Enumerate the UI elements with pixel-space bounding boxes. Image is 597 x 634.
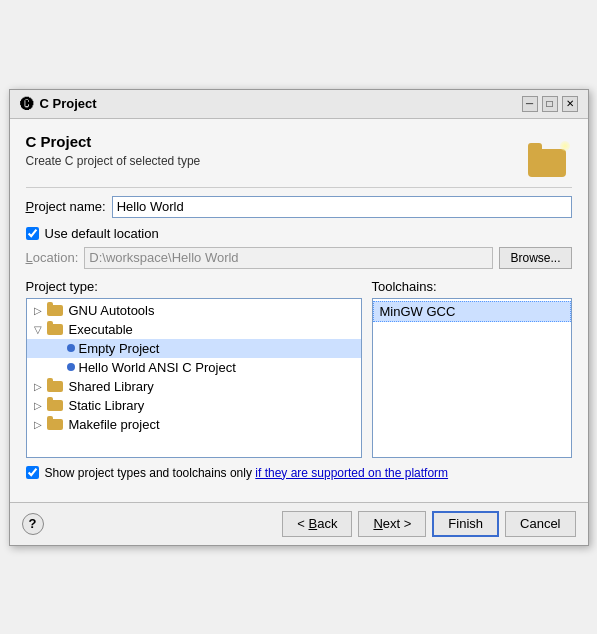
tree-item-executable[interactable]: ▽ Executable bbox=[27, 320, 361, 339]
tree-item-hello-world[interactable]: Hello World ANSI C Project bbox=[27, 358, 361, 377]
dialog-icon: 🅒 bbox=[20, 96, 34, 112]
project-name-row: Project name: bbox=[26, 196, 572, 218]
folder-icon-gnu-autotools bbox=[47, 305, 63, 316]
tree-item-shared-library[interactable]: ▷ Shared Library bbox=[27, 377, 361, 396]
c-project-dialog: 🅒 C Project ─ □ ✕ C Project Create C pro… bbox=[9, 89, 589, 546]
cancel-button[interactable]: Cancel bbox=[505, 511, 575, 537]
toolchains-list[interactable]: MinGW GCC bbox=[372, 298, 572, 458]
empty-project-label: Empty Project bbox=[79, 341, 160, 356]
folder-body bbox=[528, 149, 566, 177]
toggle-makefile: ▷ bbox=[33, 419, 43, 430]
tree-item-makefile-project[interactable]: ▷ Makefile project bbox=[27, 415, 361, 434]
close-button[interactable]: ✕ bbox=[562, 96, 578, 112]
bullet-hello-world bbox=[67, 363, 75, 371]
project-name-label: Project name: bbox=[26, 199, 106, 214]
help-button[interactable]: ? bbox=[22, 513, 44, 535]
footer-left: ? bbox=[22, 513, 44, 535]
browse-button[interactable]: Browse... bbox=[499, 247, 571, 269]
header-divider bbox=[26, 187, 572, 188]
platform-check-checkbox[interactable] bbox=[26, 466, 39, 479]
toolchains-label: Toolchains: bbox=[372, 279, 572, 294]
folder-shine bbox=[560, 141, 570, 151]
folder-icon-executable bbox=[47, 324, 63, 335]
executable-label: Executable bbox=[69, 322, 133, 337]
project-type-tree[interactable]: ▷ GNU Autotools ▽ Executable Empty Proje… bbox=[26, 298, 362, 458]
folder-icon-makefile bbox=[47, 419, 63, 430]
finish-button[interactable]: Finish bbox=[432, 511, 499, 537]
title-bar-left: 🅒 C Project bbox=[20, 96, 97, 112]
tree-item-gnu-autotools[interactable]: ▷ GNU Autotools bbox=[27, 301, 361, 320]
location-row: Location: Browse... bbox=[26, 247, 572, 269]
folder-icon-static-library bbox=[47, 400, 63, 411]
project-type-column: Project type: ▷ GNU Autotools ▽ Executab… bbox=[26, 279, 362, 458]
use-default-location-row: Use default location bbox=[26, 226, 572, 241]
location-input[interactable] bbox=[84, 247, 493, 269]
dialog-footer: ? < Back Next > Finish Cancel bbox=[10, 502, 588, 545]
project-type-label: Project type: bbox=[26, 279, 362, 294]
location-label: Location: bbox=[26, 250, 79, 265]
toggle-gnu-autotools: ▷ bbox=[33, 305, 43, 316]
toggle-executable: ▽ bbox=[33, 324, 43, 335]
maximize-button[interactable]: □ bbox=[542, 96, 558, 112]
toggle-static-library: ▷ bbox=[33, 400, 43, 411]
shared-library-label: Shared Library bbox=[69, 379, 154, 394]
toolchains-column: Toolchains: MinGW GCC bbox=[372, 279, 572, 458]
use-default-location-label[interactable]: Use default location bbox=[45, 226, 159, 241]
bullet-empty-project bbox=[67, 344, 75, 352]
folder-icon-shared-library bbox=[47, 381, 63, 392]
page-title: C Project bbox=[26, 133, 201, 150]
tree-item-static-library[interactable]: ▷ Static Library bbox=[27, 396, 361, 415]
page-subtitle: Create C project of selected type bbox=[26, 154, 201, 168]
footer-buttons: < Back Next > Finish Cancel bbox=[282, 511, 575, 537]
tree-item-empty-project[interactable]: Empty Project bbox=[27, 339, 361, 358]
static-library-label: Static Library bbox=[69, 398, 145, 413]
page-header-left: C Project Create C project of selected t… bbox=[26, 133, 201, 168]
type-toolchain-columns: Project type: ▷ GNU Autotools ▽ Executab… bbox=[26, 279, 572, 458]
minimize-button[interactable]: ─ bbox=[522, 96, 538, 112]
title-bar: 🅒 C Project ─ □ ✕ bbox=[10, 90, 588, 119]
toolchain-item-mingw-gcc[interactable]: MinGW GCC bbox=[373, 301, 571, 322]
makefile-label: Makefile project bbox=[69, 417, 160, 432]
use-default-location-checkbox[interactable] bbox=[26, 227, 39, 240]
window-controls: ─ □ ✕ bbox=[522, 96, 578, 112]
back-button[interactable]: < Back bbox=[282, 511, 352, 537]
dialog-title: C Project bbox=[40, 96, 97, 111]
platform-check-link: if they are supported on the platform bbox=[255, 466, 448, 480]
page-header: C Project Create C project of selected t… bbox=[26, 133, 572, 177]
platform-check-row: Show project types and toolchains only i… bbox=[26, 466, 572, 480]
hello-world-label: Hello World ANSI C Project bbox=[79, 360, 236, 375]
dialog-body: C Project Create C project of selected t… bbox=[10, 119, 588, 502]
mingw-gcc-label: MinGW GCC bbox=[380, 304, 456, 319]
toggle-shared-library: ▷ bbox=[33, 381, 43, 392]
next-button[interactable]: Next > bbox=[358, 511, 426, 537]
wizard-icon bbox=[528, 133, 572, 177]
project-name-input[interactable] bbox=[112, 196, 572, 218]
gnu-autotools-label: GNU Autotools bbox=[69, 303, 155, 318]
platform-check-label: Show project types and toolchains only i… bbox=[45, 466, 449, 480]
